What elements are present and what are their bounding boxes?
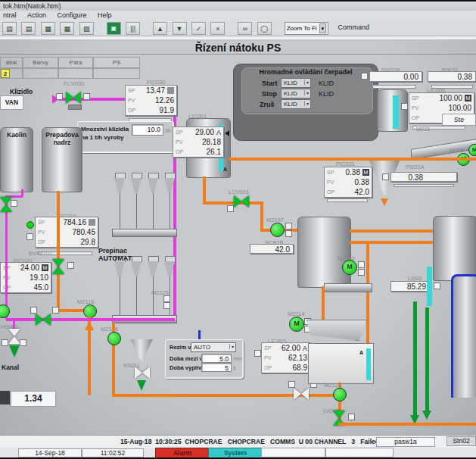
tag-square [20,339,26,346]
tank-outlet-bar [324,283,372,292]
menu-item-central[interactable]: ntral [3,11,17,20]
fcv030-label: FCV030 [64,80,85,87]
pump-m2140[interactable]: M [342,260,357,275]
blue-tank [451,274,476,398]
ste-button[interactable]: Ste [442,114,476,126]
toolbar-button-4[interactable]: ▦ [60,22,74,35]
tag-square [52,307,59,314]
alarm-line: 15-Aug-18 10:30:25 CHOPCRAE CHOPCRAE COM… [91,438,409,445]
lcv001-label: LCV001 [229,189,249,195]
scb1b-value[interactable]: 42.0 [250,244,294,254]
mnozstvi-input[interactable]: 10.0 [132,124,163,136]
valve-k5001[interactable] [135,367,150,379]
zoom-select[interactable]: Zoom To Fi▾ [285,22,328,35]
pipe-left-v [5,195,8,320]
instrument-fic010[interactable]: SP784.16 PV780.45 OP29.8 [35,217,98,248]
klizidlo-label: Klizidlo [10,88,33,95]
chevron-down-icon: ▾ [304,80,309,85]
toolbar-button-2[interactable]: ▤ [21,22,36,35]
chevron-down-icon: ▾ [304,101,309,106]
toolbar-button-5[interactable]: ▨ [79,22,94,35]
chevron-down-icon[interactable]: ▾ [319,23,327,33]
toolbar-button-1[interactable]: ▤ [2,22,17,35]
kaolin-tank: Kaolin [0,127,33,192]
valve-manual-kanal[interactable] [8,329,20,344]
tag-square [382,173,389,180]
instrument-lic001[interactable]: SP29.00A PV28.18 OP26.1 [173,126,224,158]
drain-arrow [9,345,20,358]
ack-check-button[interactable]: ✓ [191,22,206,35]
valve-lcv001[interactable] [234,195,249,208]
display-icon[interactable]: ▣ [107,22,121,35]
tab-natok[interactable]: átok [0,57,23,68]
instrument-fic030[interactable]: SP13.47 PV12.26 OP91.9 [125,85,177,116]
pipe-cyan [427,267,432,306]
pump-m2121[interactable] [333,388,347,401]
rezim-mode-combo[interactable]: AUTO▾ [191,342,236,352]
bars-icon[interactable]: ||| [126,22,140,35]
pump-m005b[interactable]: M [468,144,476,156]
status-time: 11:02:52 [82,448,144,457]
stop-combo[interactable]: KLID▾ [281,89,311,98]
instrument-pic031[interactable]: SP0.38M PV0.38 OP42.0 [324,167,372,198]
down-arrow-button[interactable]: ▼ [173,22,187,35]
menu-item-configure[interactable]: Configure [58,11,87,20]
close-x-button[interactable]: × [210,22,225,35]
pipe-to-m2137 [260,201,263,230]
flow-arrow-down [422,411,431,420]
tag-square [2,339,8,346]
valve-bottom-manual[interactable] [294,388,309,400]
pipe-lcv001 [203,201,263,205]
alarm-status-bar: 15-Aug-18 10:30:25 CHOPCRAE CHOPCRAE COM… [0,435,476,448]
rezim-duration-input[interactable]: 5 [201,363,232,372]
pi031b-value[interactable]: 0.00 [369,71,422,82]
pipe-green-2 [425,308,429,411]
menu-item-action[interactable]: Action [27,11,46,20]
pipe-to-m2116 [57,309,86,312]
pi031a-value[interactable]: 0.38 [390,172,457,182]
po031-value[interactable]: 0.38 [428,71,476,82]
menu-bar: ntral Action Configure Help [0,11,476,20]
tag-square [30,307,37,314]
pump-group-panel: Hromadné ovládání čerpadel Start KLID▾ K… [233,64,378,141]
tab-para[interactable]: Pára [58,57,93,68]
pump-m2114[interactable]: M [289,317,304,332]
mnozstvi-line2: na 1 t/h vyroby [81,134,123,141]
sp-mode-badge [89,219,95,226]
li002-value[interactable]: 85.29 [390,281,430,292]
magnifier-icon[interactable]: ◯ [257,22,272,35]
manual-mode-badge: M [362,169,369,176]
tab-barvy[interactable]: Barvy [23,57,58,68]
valve-bvw010[interactable] [52,259,64,274]
pump-panel-title: Hromadné ovládání čerpadel [234,68,378,76]
instrument-lic003[interactable]: SP62.00A PV62.13 OP68.9 [261,342,310,373]
k5001-funnel [130,339,153,362]
menu-item-help[interactable]: Help [98,11,112,20]
rezim-interval-input[interactable]: 5.0 [201,354,232,363]
tag-square [358,269,365,276]
tab-ps[interactable]: PS [93,57,140,68]
tab-cell-empty-2 [23,68,58,79]
prepinac-label-1: Prepinac [98,247,127,254]
pipe-klizidlo-bottom [6,318,175,321]
toolbar-button-3[interactable]: ▦ [41,22,55,35]
pump-m2136[interactable] [107,332,121,345]
right-tank [433,216,476,281]
pipe-lic001-out [203,176,206,203]
pump-left-edge[interactable] [0,304,10,318]
van-button[interactable]: VAN [0,95,23,110]
valve-h5003[interactable] [36,314,51,326]
sp-mode-badge [167,87,174,94]
tag-square [163,295,170,302]
up-arrow-button[interactable]: ▲ [153,22,167,35]
instrument-fic020[interactable]: SP24.00M PV19.10 OP45.0 [0,262,51,293]
cancel-combo[interactable]: KLID▾ [281,99,311,109]
page-title: Řízení nátoku PS [0,42,476,54]
binoculars-icon[interactable]: ∞ [238,22,252,35]
pump-m2137[interactable] [270,223,285,237]
start-combo[interactable]: KLID▾ [281,78,311,88]
stop-label: Stop [262,90,277,98]
kanal-label: Kanal [2,364,19,371]
valve-fcv030[interactable] [66,92,81,104]
tag-square [358,261,365,268]
